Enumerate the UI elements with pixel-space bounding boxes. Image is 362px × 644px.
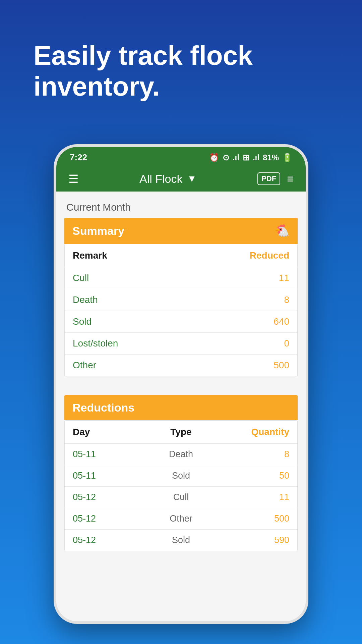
row-value: 640 <box>274 316 289 327</box>
network-icon: ⊞ <box>243 153 249 162</box>
table-row: Death 8 <box>65 289 297 311</box>
table-row: Cull 11 <box>65 267 297 289</box>
app-bar: ☰ All Flock ▼ PDF ≡ <box>56 166 306 192</box>
type-col-header: Type <box>138 427 224 437</box>
summary-section-header: Summary 🐔 <box>64 218 298 244</box>
row-label: Death <box>73 294 98 305</box>
reduction-day: 05-11 <box>73 471 138 481</box>
remark-col-header: Remark <box>73 250 107 261</box>
app-title: All Flock <box>139 172 182 185</box>
row-label: Other <box>73 360 96 371</box>
table-row: Lost/stolen 0 <box>65 333 297 355</box>
reduction-type: Sold <box>138 535 224 545</box>
reduced-col-header: Reduced <box>250 250 289 261</box>
reduction-type: Cull <box>138 492 224 502</box>
row-value: 0 <box>284 338 289 349</box>
row-value: 8 <box>284 294 289 305</box>
filter-icon[interactable]: ≡ <box>287 172 294 185</box>
hamburger-icon[interactable]: ☰ <box>68 172 78 185</box>
reductions-section-header: Reductions <box>64 395 298 420</box>
reduction-quantity: 590 <box>224 535 289 545</box>
reduction-quantity: 500 <box>224 514 289 524</box>
summary-header-row: Remark Reduced <box>65 244 297 267</box>
battery-icon: 🔋 <box>282 153 292 162</box>
status-icons: ⏰ ⊙ .ıl ⊞ .ıl 81% 🔋 <box>209 153 292 162</box>
reductions-title: Reductions <box>72 401 134 414</box>
row-label: Sold <box>73 316 92 327</box>
wifi-icon: ⊙ <box>223 153 229 162</box>
row-value: 500 <box>274 360 289 371</box>
reduction-day: 05-11 <box>73 449 138 460</box>
reduction-type: Other <box>138 514 224 524</box>
status-time: 7:22 <box>70 152 87 163</box>
day-col-header: Day <box>73 427 138 437</box>
dropdown-icon[interactable]: ▼ <box>187 173 196 184</box>
table-row: Other 500 <box>65 355 297 376</box>
scroll-content: Current Month Summary 🐔 Remark Reduced C… <box>56 192 306 621</box>
signal2-icon: .ıl <box>253 153 259 162</box>
phone-screen: 7:22 ⏰ ⊙ .ıl ⊞ .ıl 81% 🔋 ☰ All Flock ▼ P… <box>56 147 306 621</box>
reduction-quantity: 50 <box>224 471 289 481</box>
alarm-icon: ⏰ <box>209 153 219 162</box>
app-bar-actions: PDF ≡ <box>257 172 294 185</box>
row-value: 11 <box>279 273 289 283</box>
reduction-type: Sold <box>138 471 224 481</box>
status-bar: 7:22 ⏰ ⊙ .ıl ⊞ .ıl 81% 🔋 <box>56 147 306 166</box>
reduction-day: 05-12 <box>73 514 138 524</box>
current-month-label: Current Month <box>64 202 298 213</box>
reduction-row: 05-12 Other 500 <box>65 508 297 530</box>
reduction-day: 05-12 <box>73 535 138 545</box>
reductions-table: Day Type Quantity 05-11 Death 8 05-11 So… <box>64 420 298 551</box>
reduction-row: 05-11 Death 8 <box>65 444 297 465</box>
battery-text: 81% <box>263 153 279 162</box>
phone-frame: 7:22 ⏰ ⊙ .ıl ⊞ .ıl 81% 🔋 ☰ All Flock ▼ P… <box>54 144 308 624</box>
reductions-header-row: Day Type Quantity <box>65 421 297 444</box>
row-label: Lost/stolen <box>73 338 118 349</box>
quantity-col-header: Quantity <box>224 427 289 437</box>
reduction-day: 05-12 <box>73 492 138 502</box>
reduction-row: 05-11 Sold 50 <box>65 465 297 487</box>
reduction-quantity: 8 <box>224 449 289 460</box>
row-label: Cull <box>73 273 89 283</box>
reduction-row: 05-12 Sold 590 <box>65 530 297 551</box>
headline-text: Easily track flock inventory. <box>34 40 328 102</box>
summary-table: Remark Reduced Cull 11 Death 8 Sold 640 <box>64 244 298 376</box>
reduction-row: 05-12 Cull 11 <box>65 487 297 508</box>
summary-title: Summary <box>72 224 124 237</box>
signal-icon: .ıl <box>233 153 239 162</box>
table-row: Sold 640 <box>65 311 297 333</box>
reduction-quantity: 11 <box>224 492 289 502</box>
pdf-button[interactable]: PDF <box>257 172 280 185</box>
chicken-icon: 🐔 <box>275 224 290 238</box>
reduction-type: Death <box>138 449 224 460</box>
app-title-group: All Flock ▼ <box>139 172 196 185</box>
